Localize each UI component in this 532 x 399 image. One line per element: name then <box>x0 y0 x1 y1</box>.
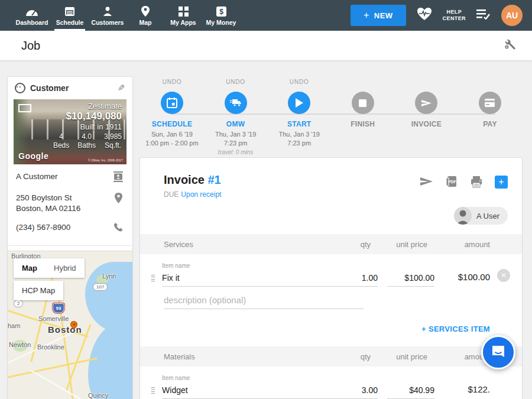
nav-my-apps[interactable]: My Apps <box>164 0 202 31</box>
material-item-name-input[interactable] <box>162 383 336 399</box>
qty-column-header: qty <box>329 352 371 361</box>
customer-face-icon <box>15 83 25 93</box>
zestimate-overlay: Zestimate $10,149,080 Built in 1911 4Bed… <box>53 102 122 150</box>
route-2-badge: 2 <box>14 300 23 307</box>
finish-step-button[interactable] <box>352 92 374 114</box>
chat-launcher-button[interactable] <box>481 335 515 369</box>
assigned-user-chip[interactable]: A User <box>454 207 508 225</box>
baths-stat: 4.0Baths <box>77 132 96 150</box>
sqft-stat: 3,985Sq.ft. <box>104 132 122 150</box>
nav-dashboard-label: Dashboard <box>16 19 48 26</box>
nav-dashboard[interactable]: Dashboard <box>13 0 51 31</box>
undo-omw-button[interactable]: UNDO <box>226 79 245 87</box>
item-name-label: Item name <box>162 262 336 269</box>
unit-price-column-header: unit price <box>380 352 427 361</box>
customer-address: 250 Boylston St Boston, MA 02116 <box>16 193 112 214</box>
svg-text:$: $ <box>219 8 223 16</box>
location-pin-icon[interactable] <box>112 193 124 206</box>
job-settings-icon[interactable] <box>502 37 517 54</box>
page-header: Job <box>0 31 532 61</box>
user-avatar[interactable]: AU <box>501 5 523 26</box>
undo-start-button[interactable]: UNDO <box>290 79 309 87</box>
task-list-icon[interactable] <box>476 9 491 22</box>
nav-customers[interactable]: Customers <box>89 0 126 31</box>
step-label: START <box>287 120 312 128</box>
service-description-input[interactable] <box>164 293 364 309</box>
customer-phone-row: (234) 567-8900 <box>16 222 124 235</box>
nav-schedule[interactable]: Schedule <box>51 0 89 31</box>
help-center-link[interactable]: HELP CENTER <box>443 9 466 22</box>
pay-step-button[interactable] <box>479 92 501 114</box>
new-button[interactable]: + NEW <box>351 5 406 26</box>
schedule-icon <box>64 5 75 17</box>
invoice-step-button[interactable] <box>415 92 437 114</box>
add-invoice-item-button[interactable]: + <box>495 176 508 189</box>
service-item-name-input[interactable] <box>162 271 336 287</box>
user-avatar-icon <box>454 207 472 225</box>
pdf-icon[interactable]: PDF <box>445 176 458 191</box>
material-qty-input[interactable] <box>336 383 378 399</box>
service-qty-input[interactable] <box>336 271 378 287</box>
unit-price-column-header: unit price <box>380 240 427 249</box>
send-invoice-icon[interactable] <box>419 176 433 190</box>
start-step-button[interactable] <box>288 92 310 114</box>
top-navbar: Dashboard Schedule Customers Map My Apps <box>0 0 532 31</box>
map-road <box>7 357 98 378</box>
material-unit-price-input[interactable] <box>387 383 434 399</box>
map-label-brookline: Brookline <box>37 343 64 351</box>
phone-icon[interactable] <box>112 222 124 235</box>
amount-column-header: amount <box>437 240 490 249</box>
nav-my-money[interactable]: $ My Money <box>202 0 240 31</box>
property-photo[interactable]: Zestimate $10,149,080 Built in 1911 4Bed… <box>14 99 126 164</box>
services-section-header: Services qty unit price amount <box>140 234 522 254</box>
step-date: Thu, Jan 3 '197:23 pm <box>279 130 320 148</box>
health-heart-icon[interactable] <box>417 7 432 24</box>
map-widget[interactable]: Burlington Lynn 107 2 93 Somerville ham … <box>7 251 133 399</box>
play-icon <box>295 98 303 108</box>
service-amount: $100.00 <box>444 272 490 287</box>
invoice-number[interactable]: #1 <box>207 173 220 186</box>
map-road <box>30 369 92 399</box>
street-view-icon[interactable] <box>18 104 31 112</box>
service-line-item: == Item name $100.00 ✕ <box>140 254 522 287</box>
nav-customers-label: Customers <box>92 19 124 26</box>
invoice-title: Invoice #1 <box>164 173 419 187</box>
assigned-user-name: A User <box>476 212 499 220</box>
add-services-item-link[interactable]: + SERVICES ITEM <box>421 325 490 333</box>
money-icon: $ <box>216 5 226 17</box>
due-terms-link[interactable]: Upon receipt <box>181 190 221 199</box>
step-label: PAY <box>483 120 497 128</box>
invoice-due: DUEUpon receipt <box>164 190 419 199</box>
customer-card: Customer ✎ Zestimate $10,149,080 Built i… <box>7 76 133 274</box>
service-unit-price-input[interactable] <box>387 271 434 287</box>
nav-my-apps-label: My Apps <box>170 19 196 26</box>
contact-card-icon[interactable] <box>112 171 124 184</box>
nav-map[interactable]: Map <box>126 0 164 31</box>
dashboard-icon <box>25 5 38 17</box>
truck-icon <box>230 98 242 108</box>
hcp-map-button[interactable]: HCP Map <box>14 281 63 300</box>
print-icon[interactable] <box>470 176 483 191</box>
step-label: OMW <box>226 120 245 128</box>
drag-handle-icon[interactable]: == <box>151 387 162 399</box>
beds-stat: 4Beds <box>53 132 69 150</box>
timeline-step-schedule: UNDO SCHEDULE Sun, Jan 6 '191:00 pm - 2:… <box>141 79 203 155</box>
page-title: Job <box>21 39 40 53</box>
timeline-step-start: UNDO START Thu, Jan 3 '197:23 pm <box>268 79 330 155</box>
drag-handle-icon[interactable]: == <box>151 274 162 287</box>
undo-schedule-button[interactable]: UNDO <box>163 79 182 87</box>
job-status-timeline: UNDO SCHEDULE Sun, Jan 6 '191:00 pm - 2:… <box>140 79 523 155</box>
timeline-step-finish: FINISH <box>332 79 394 155</box>
map-type-map-button[interactable]: Map <box>14 258 46 278</box>
map-label-waltham: ham <box>8 322 20 329</box>
calendar-icon <box>167 98 177 108</box>
edit-customer-icon[interactable]: ✎ <box>118 83 125 93</box>
map-type-hybrid-button[interactable]: Hybrid <box>46 258 85 278</box>
schedule-step-button[interactable] <box>161 92 183 114</box>
remove-service-item-button[interactable]: ✕ <box>497 269 510 282</box>
omw-step-button[interactable] <box>225 92 247 114</box>
map-label-lynn: Lynn <box>102 273 116 280</box>
route-93-shield: 93 <box>53 303 64 313</box>
customers-icon <box>102 5 113 17</box>
stop-icon <box>359 99 366 107</box>
